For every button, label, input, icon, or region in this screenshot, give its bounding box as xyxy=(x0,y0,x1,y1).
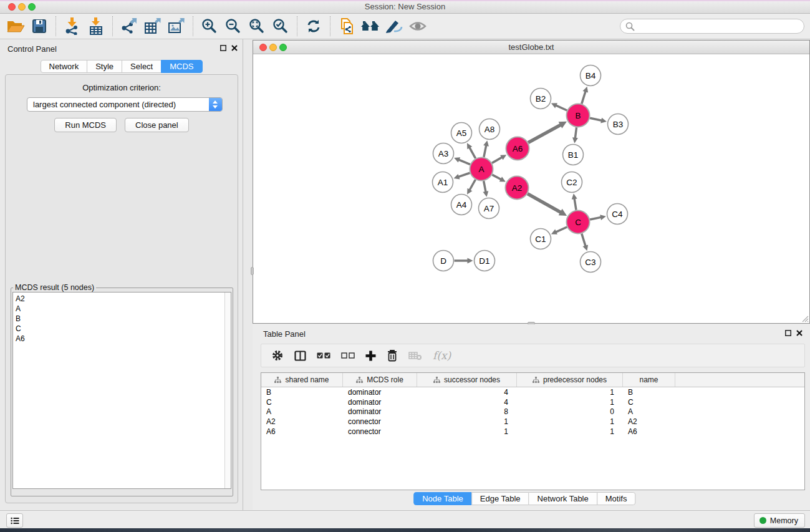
zoom-selected-button[interactable] xyxy=(269,15,292,37)
deselect-all-button[interactable] xyxy=(341,346,355,365)
column-header-shared-name[interactable]: shared name xyxy=(261,373,343,387)
tab-edge-table[interactable]: Edge Table xyxy=(471,492,529,505)
run-mcds-button[interactable]: Run MCDS xyxy=(54,118,117,132)
table-cell-name[interactable]: A6 xyxy=(623,427,675,436)
table-cell-shared-name[interactable]: A xyxy=(261,407,343,416)
window-resize-grip[interactable] xyxy=(801,315,809,322)
task-history-button[interactable] xyxy=(6,513,23,528)
table-cell-predecessor-nodes[interactable]: 1 xyxy=(517,388,623,397)
tab-select[interactable]: Select xyxy=(122,60,162,73)
table-row[interactable]: Cdominator41C xyxy=(261,397,804,407)
delete-column-button[interactable] xyxy=(387,346,398,365)
table-cell-successor-nodes[interactable]: 4 xyxy=(417,398,517,407)
table-row[interactable]: Bdominator41B xyxy=(261,387,804,397)
search-input[interactable] xyxy=(620,19,804,34)
column-header-predecessor-nodes[interactable]: predecessor nodes xyxy=(517,373,623,387)
graph-node-A7[interactable]: A7 xyxy=(479,198,499,219)
graph-node-A3[interactable]: A3 xyxy=(433,143,454,164)
table-cell-shared-name[interactable]: C xyxy=(261,398,343,407)
table-cell-predecessor-nodes[interactable]: 0 xyxy=(517,407,623,416)
show-columns-button[interactable] xyxy=(294,346,306,365)
export-image-button[interactable] xyxy=(165,15,188,37)
table-cell-successor-nodes[interactable]: 1 xyxy=(417,417,517,426)
import-network-button[interactable] xyxy=(60,15,84,37)
export-table-button[interactable] xyxy=(141,15,165,37)
tab-network-table[interactable]: Network Table xyxy=(529,492,597,505)
table-cell-name[interactable]: A xyxy=(623,407,675,416)
zoom-fit-button[interactable] xyxy=(245,15,269,37)
graph-node-B2[interactable]: B2 xyxy=(531,89,551,109)
graph-node-A5[interactable]: A5 xyxy=(451,123,472,143)
table-row[interactable]: A6connector11A6 xyxy=(261,427,804,437)
optimization-criterion-select[interactable]: largest connected component (directed) xyxy=(27,97,223,112)
graph-node-B1[interactable]: B1 xyxy=(563,145,584,165)
table-cell-MCDS-role[interactable]: dominator xyxy=(343,388,417,397)
select-all-button[interactable] xyxy=(317,346,330,365)
table-cell-MCDS-role[interactable]: connector xyxy=(343,427,417,436)
column-header-name[interactable]: name xyxy=(623,373,675,387)
graph-node-A2[interactable]: A2 xyxy=(506,177,529,200)
duplicate-network-button[interactable] xyxy=(335,15,359,37)
table-cell-successor-nodes[interactable]: 8 xyxy=(417,407,517,416)
open-session-button[interactable] xyxy=(4,15,27,37)
graph-node-C4[interactable]: C4 xyxy=(607,204,628,225)
tab-network[interactable]: Network xyxy=(40,60,87,73)
hide-graphics-button[interactable] xyxy=(382,15,406,37)
graph-node-A4[interactable]: A4 xyxy=(451,195,472,215)
table-cell-name[interactable]: C xyxy=(623,398,675,407)
import-table-button[interactable] xyxy=(84,15,108,37)
column-header-successor-nodes[interactable]: successor nodes xyxy=(417,373,517,387)
graph-node-A[interactable]: A xyxy=(470,158,493,181)
save-session-button[interactable] xyxy=(27,15,51,37)
table-row[interactable]: Adominator80A xyxy=(261,407,804,417)
export-network-button[interactable] xyxy=(117,15,141,37)
table-cell-successor-nodes[interactable]: 1 xyxy=(417,427,517,436)
table-options-gear-button[interactable] xyxy=(271,346,284,365)
refresh-button[interactable] xyxy=(302,15,325,37)
table-cell-predecessor-nodes[interactable]: 1 xyxy=(517,427,623,436)
vertical-scrollbar-thumb[interactable] xyxy=(251,267,254,275)
table-cell-name[interactable]: A2 xyxy=(623,417,675,426)
graph-node-A1[interactable]: A1 xyxy=(433,172,453,193)
table-cell-name[interactable]: B xyxy=(623,388,675,397)
table-cell-shared-name[interactable]: B xyxy=(261,388,343,397)
table-cell-MCDS-role[interactable]: connector xyxy=(343,417,417,426)
graph-node-C[interactable]: C xyxy=(567,211,590,234)
tab-node-table[interactable]: Node Table xyxy=(413,492,472,505)
add-column-button[interactable] xyxy=(365,346,376,365)
show-graphics-button[interactable] xyxy=(406,15,430,37)
graph-node-B[interactable]: B xyxy=(567,104,590,127)
close-panel-button[interactable]: Close panel xyxy=(125,118,189,132)
float-panel-icon[interactable] xyxy=(785,330,791,336)
table-cell-MCDS-role[interactable]: dominator xyxy=(343,398,417,407)
table-row[interactable]: A2connector11A2 xyxy=(261,417,804,427)
graph-node-D1[interactable]: D1 xyxy=(475,251,495,271)
graph-node-B3[interactable]: B3 xyxy=(608,114,629,135)
close-panel-icon[interactable] xyxy=(231,45,238,51)
table-cell-predecessor-nodes[interactable]: 1 xyxy=(517,417,623,426)
graph-node-A6[interactable]: A6 xyxy=(506,137,529,160)
zoom-in-button[interactable] xyxy=(198,15,221,37)
column-header-MCDS-role[interactable]: MCDS role xyxy=(343,373,417,387)
table-cell-successor-nodes[interactable]: 4 xyxy=(417,388,517,397)
home-button[interactable] xyxy=(359,15,382,37)
memory-button[interactable]: Memory xyxy=(754,513,805,528)
table-cell-shared-name[interactable]: A2 xyxy=(261,417,343,426)
table-cell-shared-name[interactable]: A6 xyxy=(261,427,343,436)
graph-node-C1[interactable]: C1 xyxy=(531,229,551,249)
zoom-out-button[interactable] xyxy=(221,15,245,37)
graph-node-C2[interactable]: C2 xyxy=(562,172,582,193)
tab-motifs[interactable]: Motifs xyxy=(597,492,636,505)
graph-node-B4[interactable]: B4 xyxy=(581,65,601,86)
network-canvas[interactable]: AA1A2A3A4A5A6A7A8BB1B2B3B4CC1C2C3C4DD1 xyxy=(253,55,809,323)
tab-mcds[interactable]: MCDS xyxy=(161,60,202,73)
graph-node-C3[interactable]: C3 xyxy=(581,252,601,273)
graph-node-A8[interactable]: A8 xyxy=(480,119,500,140)
mcds-list-scrollbar[interactable] xyxy=(224,293,231,488)
table-cell-MCDS-role[interactable]: dominator xyxy=(343,407,417,416)
float-panel-icon[interactable] xyxy=(220,45,226,51)
graph-node-D[interactable]: D xyxy=(433,251,454,271)
tab-style[interactable]: Style xyxy=(87,60,122,73)
close-panel-icon[interactable] xyxy=(796,330,803,336)
table-cell-predecessor-nodes[interactable]: 1 xyxy=(517,398,623,407)
